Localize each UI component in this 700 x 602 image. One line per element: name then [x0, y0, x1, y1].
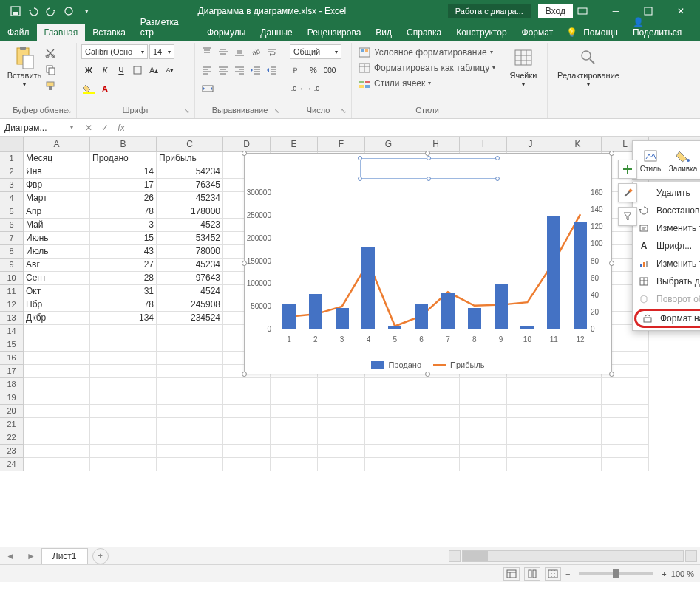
row-header[interactable]: 20: [0, 405, 23, 418]
tab-format[interactable]: Формат: [514, 24, 561, 41]
cell[interactable]: [554, 431, 602, 445]
cell[interactable]: [365, 418, 412, 431]
cell[interactable]: [24, 352, 90, 365]
cell[interactable]: [271, 391, 318, 405]
cell[interactable]: [157, 378, 223, 391]
cell[interactable]: [365, 445, 412, 458]
cell[interactable]: [507, 458, 554, 471]
col-header[interactable]: K: [554, 137, 602, 151]
cell[interactable]: [602, 378, 649, 391]
ctx-delete[interactable]: Удалить: [633, 184, 700, 202]
name-box[interactable]: Диаграм...▾: [0, 120, 78, 136]
cell[interactable]: [90, 458, 157, 471]
cell[interactable]: [365, 431, 412, 445]
cell[interactable]: [223, 405, 271, 418]
cell[interactable]: [24, 325, 90, 338]
row-header[interactable]: 17: [0, 365, 23, 378]
cell[interactable]: [460, 378, 507, 391]
col-header[interactable]: C: [157, 137, 223, 151]
cell[interactable]: [24, 418, 90, 431]
clipboard-dialog-icon[interactable]: ⤡: [66, 107, 72, 114]
qat-dropdown-icon[interactable]: ▾: [80, 4, 93, 18]
cell[interactable]: [365, 391, 412, 405]
cell[interactable]: [318, 405, 365, 418]
cell[interactable]: [602, 458, 649, 471]
align-right-button[interactable]: [232, 63, 247, 78]
cell[interactable]: Окт: [24, 285, 90, 298]
cell[interactable]: 26: [90, 192, 157, 205]
cell[interactable]: [157, 458, 223, 471]
row-header[interactable]: 11: [0, 285, 23, 298]
col-header[interactable]: B: [90, 137, 157, 151]
cell[interactable]: 45234: [157, 192, 223, 205]
row-header[interactable]: 2: [0, 165, 23, 179]
save-icon[interactable]: [9, 4, 22, 18]
cell[interactable]: 53452: [157, 232, 223, 245]
cell[interactable]: 43: [90, 245, 157, 259]
cell[interactable]: 178000: [157, 205, 223, 219]
cell[interactable]: [223, 445, 271, 458]
ctx-change-chart-type[interactable]: Изменить тип диаграммы...: [633, 255, 700, 273]
cell[interactable]: [24, 365, 90, 378]
italic-button[interactable]: К: [98, 63, 112, 78]
cell[interactable]: [412, 418, 460, 431]
cell[interactable]: [554, 405, 602, 418]
number-dialog-icon[interactable]: ⤡: [341, 107, 347, 114]
chart-bar[interactable]: [441, 293, 455, 329]
cell[interactable]: [271, 378, 318, 391]
cell[interactable]: [157, 352, 223, 365]
share-button[interactable]: 👤 Поделиться: [625, 13, 700, 41]
cancel-formula-button[interactable]: ✕: [81, 120, 96, 135]
font-dialog-icon[interactable]: ⤡: [184, 107, 190, 114]
cell[interactable]: [507, 391, 554, 405]
cell[interactable]: [223, 431, 271, 445]
cell[interactable]: 28: [90, 272, 157, 285]
login-button[interactable]: Вход: [538, 4, 573, 18]
cell[interactable]: [554, 445, 602, 458]
chart-bar[interactable]: [309, 294, 322, 329]
row-header[interactable]: 15: [0, 338, 23, 352]
cell[interactable]: [157, 365, 223, 378]
cell[interactable]: 78: [90, 298, 157, 312]
percent-button[interactable]: %: [306, 63, 321, 78]
align-top-button[interactable]: [200, 44, 214, 59]
cell[interactable]: [412, 431, 460, 445]
cell[interactable]: [412, 405, 460, 418]
cell[interactable]: [90, 325, 157, 338]
paste-button[interactable]: Вставить ▾: [9, 44, 40, 89]
cell[interactable]: [90, 418, 157, 431]
cell[interactable]: [90, 378, 157, 391]
tab-data[interactable]: Данные: [253, 24, 299, 41]
cell[interactable]: [24, 391, 90, 405]
cell[interactable]: 27: [90, 259, 157, 272]
cell[interactable]: [223, 458, 271, 471]
zoom-slider[interactable]: [579, 572, 653, 575]
cell[interactable]: Янв: [24, 165, 90, 179]
ctx-select-data[interactable]: Выбрать данные...: [633, 273, 700, 290]
cell[interactable]: [412, 378, 460, 391]
col-header[interactable]: G: [365, 137, 412, 151]
cell[interactable]: [318, 391, 365, 405]
cell[interactable]: Июнь: [24, 232, 90, 245]
cell[interactable]: Июль: [24, 245, 90, 259]
cell[interactable]: [460, 431, 507, 445]
col-header[interactable]: I: [460, 137, 507, 151]
undo-icon[interactable]: [27, 4, 40, 18]
tab-insert[interactable]: Вставка: [85, 24, 133, 41]
cell[interactable]: [318, 418, 365, 431]
cell[interactable]: 15: [90, 232, 157, 245]
row-header[interactable]: 6: [0, 219, 23, 232]
cell[interactable]: 14: [90, 165, 157, 179]
font-name-input[interactable]: Calibri (Осно▾: [81, 44, 148, 59]
row-header[interactable]: 7: [0, 232, 23, 245]
cell[interactable]: [157, 445, 223, 458]
cell-styles-button[interactable]: Стили ячеек▾: [356, 75, 432, 91]
chart-elements-button[interactable]: [618, 160, 637, 179]
cell[interactable]: 3: [90, 219, 157, 232]
cell[interactable]: Сент: [24, 272, 90, 285]
ctx-font[interactable]: AШрифт...: [633, 237, 700, 255]
cell[interactable]: [460, 391, 507, 405]
chart-bar[interactable]: [547, 216, 560, 329]
row-header[interactable]: 9: [0, 259, 23, 272]
cell[interactable]: 54234: [157, 165, 223, 179]
